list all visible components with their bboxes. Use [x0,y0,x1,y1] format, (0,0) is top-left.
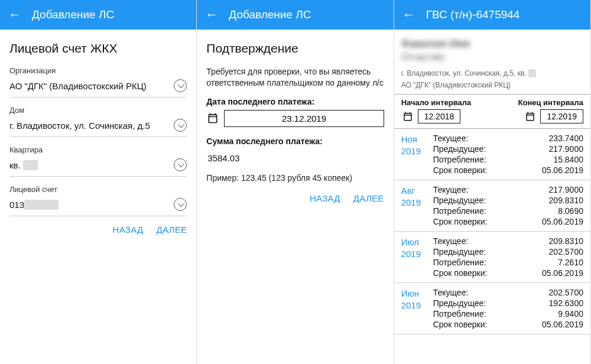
apt-value: кв. 000 [9,160,174,170]
panel2-content: Подтверждение Требуется для проверки, чт… [197,30,393,364]
next-button[interactable]: ДАЛЕЕ [156,225,187,235]
check-value: 05.06.2019 [542,320,583,329]
consumption-value: 15.8400 [553,155,583,164]
current-value: 202.5700 [549,288,583,297]
previous-value: 192.6300 [549,298,583,308]
previous-label: Предыдущее: [433,298,486,308]
current-label: Текущее: [433,236,469,246]
interval-start-input[interactable]: 12.2018 [418,109,461,124]
current-label: Текущее: [433,134,469,143]
reading-group: Июн2019Текущее:202.5700Предыдущее:192.63… [394,283,590,334]
check-label: Срок поверки: [433,217,488,226]
interval-end-input[interactable]: 12.2019 [540,109,583,124]
acct-value: 0130000000 [9,200,174,210]
next-button[interactable]: ДАЛЕЕ [353,193,384,203]
house-label: Дом [9,106,187,115]
page-title: Подтверждение [206,41,384,56]
current-value: 209.8310 [549,236,583,246]
calendar-icon[interactable] [206,112,219,125]
check-label: Срок поверки: [433,268,488,278]
previous-label: Предыдущее: [433,196,486,205]
check-value: 05.06.2019 [542,217,583,226]
sum-input[interactable]: 3584.03 [206,150,384,170]
back-arrow-icon[interactable]: ← [8,8,21,21]
previous-label: Предыдущее: [433,247,486,256]
appbar: ← Добавление ЛС [0,0,196,30]
chevron-down-icon [174,79,187,92]
org-value: АО "ДГК" (Владивостокский РКЦ) [9,81,174,91]
account-name-line2: Отчество [401,51,583,63]
check-label: Срок поверки: [433,320,488,329]
org-field[interactable]: АО "ДГК" (Владивостокский РКЦ) [9,77,187,98]
account-org: АО "ДГК" (Владивостокский РКЦ) [401,81,583,89]
back-button[interactable]: НАЗАД [113,225,144,235]
apt-label: Квартира [9,145,187,154]
description: Требуется для проверки, что вы являетесь… [206,66,384,89]
consumption-value: 9.9400 [558,309,583,318]
readings-list[interactable]: Ноя2019Текущее:233.7400Предыдущее:217.90… [394,129,590,334]
panel-meter-history: ← ГВС (т/н)-6475944 Фамилия Имя Отчество… [394,0,591,364]
back-arrow-icon[interactable]: ← [205,8,218,21]
apt-field[interactable]: кв. 000 [9,156,187,177]
action-row: НАЗАД ДАЛЕЕ [206,193,384,203]
interval-start-label: Начало интервала [401,98,472,107]
panel1-content: Лицевой счет ЖКХ Организация АО "ДГК" (В… [0,30,196,364]
check-value: 05.06.2019 [542,268,583,278]
current-value: 217.9000 [549,185,583,194]
reading-period: Июл2019 [401,236,427,278]
reading-rows: Текущее:217.9000Предыдущее:209.8310Потре… [433,185,583,226]
appbar: ← ГВС (т/н)-6475944 [394,0,590,30]
previous-value: 202.5700 [549,247,583,256]
appbar-title: Добавление ЛС [32,8,114,21]
current-label: Текущее: [433,288,469,297]
consumption-value: 8.0690 [558,206,583,216]
chevron-down-icon [174,119,187,132]
date-input[interactable]: 23.12.2019 [224,110,384,127]
acct-label: Лицевой счет [9,185,187,194]
reading-group: Авг2019Текущее:217.9000Предыдущее:209.83… [394,180,590,232]
back-button[interactable]: НАЗАД [310,193,340,203]
interval-start: Начало интервала 12.2018 [401,98,472,124]
acct-field[interactable]: 0130000000 [9,196,187,216]
reading-period: Ноя2019 [401,134,427,175]
panel-add-account: ← Добавление ЛС Лицевой счет ЖКХ Организ… [0,0,197,364]
consumption-label: Потребление: [433,155,486,164]
house-field[interactable]: г. Владивосток, ул. Сочинская, д.5 [9,116,187,137]
consumption-value: 7.2610 [558,258,583,267]
reading-group: Июл2019Текущее:209.8310Предыдущее:202.57… [394,232,590,283]
reading-period: Июн2019 [401,288,427,329]
current-value: 233.7400 [549,134,583,143]
action-row: НАЗАД ДАЛЕЕ [9,225,187,235]
account-name-line1: Фамилия Имя [401,38,583,50]
interval-bar: Начало интервала 12.2018 Конец интервала… [394,94,590,129]
reading-period: Авг2019 [401,185,427,226]
appbar: ← Добавление ЛС [197,0,393,30]
account-address: г. Владивосток, ул. Сочинская, д.5, кв. … [401,69,583,77]
page-title: Лицевой счет ЖКХ [9,41,187,56]
account-header: Фамилия Имя Отчество г. Владивосток, ул.… [394,30,590,94]
previous-label: Предыдущее: [433,144,486,154]
back-arrow-icon[interactable]: ← [402,8,415,21]
date-input-row: 23.12.2019 [206,110,384,127]
check-value: 05.06.2019 [542,165,583,175]
reading-group: Ноя2019Текущее:233.7400Предыдущее:217.90… [394,129,590,180]
interval-end: Конец интервала 12.2019 [518,98,583,124]
consumption-label: Потребление: [433,258,486,267]
sum-label: Сумма последнего платежа: [206,136,384,146]
previous-value: 209.8310 [549,196,583,205]
date-label: Дата последнего платежа: [206,97,384,106]
check-label: Срок поверки: [433,165,488,175]
consumption-label: Потребление: [433,309,486,318]
sum-hint: Пример: 123.45 (123 рубля 45 копеек) [206,173,384,183]
reading-rows: Текущее:209.8310Предыдущее:202.5700Потре… [433,236,583,278]
calendar-icon[interactable] [401,110,414,123]
interval-end-label: Конец интервала [518,98,583,107]
panel-confirmation: ← Добавление ЛС Подтверждение Требуется … [197,0,394,364]
calendar-icon[interactable] [524,110,537,123]
reading-rows: Текущее:233.7400Предыдущее:217.9000Потре… [433,134,583,175]
current-label: Текущее: [433,185,469,194]
org-label: Организация [9,66,187,75]
appbar-title: Добавление ЛС [229,8,311,21]
appbar-title: ГВС (т/н)-6475944 [426,8,520,21]
reading-rows: Текущее:202.5700Предыдущее:192.6300Потре… [433,288,583,329]
